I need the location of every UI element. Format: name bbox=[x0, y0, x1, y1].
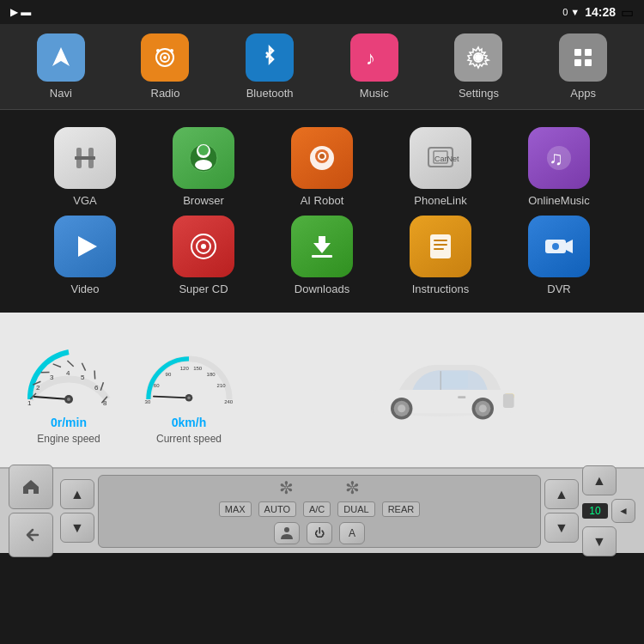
svg-line-59 bbox=[34, 397, 69, 399]
instructions-icon bbox=[410, 216, 471, 277]
svg-rect-39 bbox=[434, 248, 444, 250]
svg-marker-41 bbox=[566, 240, 573, 253]
back-button[interactable] bbox=[9, 513, 53, 557]
fan-right-icon: ✼ bbox=[345, 477, 360, 498]
bluetooth-label: Bluetooth bbox=[246, 87, 294, 100]
svg-rect-86 bbox=[458, 396, 465, 398]
svg-point-42 bbox=[552, 243, 559, 250]
app-super-cd[interactable]: Super CD bbox=[161, 216, 246, 295]
music-label: Music bbox=[360, 87, 389, 100]
ai-robot-label: AI Robot bbox=[301, 194, 344, 207]
dashboard-section: 1 2 3 4 5 6 8 0r/min Engine speed 30 60 … bbox=[0, 313, 644, 467]
nav-navi[interactable]: Navi bbox=[27, 33, 95, 100]
engine-gauge-svg: 1 2 3 4 5 6 8 bbox=[17, 335, 120, 412]
svg-text:♫: ♫ bbox=[549, 148, 563, 169]
speed-gauge-container: 30 60 90 120 150 180 210 240 0km/h Curre… bbox=[137, 335, 240, 445]
svg-text:5: 5 bbox=[81, 374, 85, 381]
home-button[interactable] bbox=[9, 465, 53, 509]
browser-icon bbox=[173, 127, 234, 189]
svg-point-23 bbox=[319, 154, 325, 159]
video-label: Video bbox=[70, 283, 99, 295]
car-svg bbox=[356, 347, 528, 433]
phonelink-label: PhoneLink bbox=[414, 194, 466, 207]
rear-button[interactable]: REAR bbox=[382, 501, 421, 517]
app-phonelink[interactable]: CarNet PhoneLink bbox=[398, 127, 483, 207]
vol-arrow-right[interactable]: ◄ bbox=[611, 499, 635, 523]
dvr-label: DVR bbox=[547, 283, 570, 295]
fan-left-down[interactable]: ▼ bbox=[60, 513, 94, 543]
downloads-icon bbox=[291, 216, 353, 277]
svg-rect-15 bbox=[75, 156, 95, 160]
vga-icon bbox=[54, 127, 116, 189]
nav-radio[interactable]: Radio bbox=[131, 33, 199, 100]
apps-label: Apps bbox=[570, 87, 596, 100]
vol-up-button[interactable]: ▲ bbox=[582, 465, 617, 495]
nav-apps[interactable]: Apps bbox=[549, 33, 617, 100]
svg-point-79 bbox=[398, 404, 405, 412]
online-music-label: OnlineMusic bbox=[528, 194, 590, 207]
ac-button[interactable]: A/C bbox=[303, 501, 331, 517]
fan-right-up[interactable]: ▲ bbox=[544, 479, 579, 509]
dvr-icon bbox=[528, 216, 590, 277]
radio-label: Radio bbox=[151, 87, 180, 100]
nav-music[interactable]: ♪ Music bbox=[340, 33, 409, 100]
navi-icon bbox=[37, 33, 85, 82]
status-bar: ▶ ▬ 0 ▼ 14:28 ▭ bbox=[0, 0, 644, 24]
settings-icon bbox=[454, 33, 502, 82]
phonelink-icon: CarNet bbox=[410, 127, 471, 189]
svg-line-49 bbox=[90, 371, 99, 380]
svg-point-72 bbox=[187, 397, 190, 399]
bluetooth-icon bbox=[246, 33, 294, 82]
video-icon bbox=[54, 216, 116, 277]
engine-label: Engine speed bbox=[37, 433, 100, 445]
speed-gauge-svg: 30 60 90 120 150 180 210 240 bbox=[137, 335, 240, 412]
svg-rect-11 bbox=[574, 59, 581, 66]
svg-line-46 bbox=[53, 361, 61, 369]
svg-text:210: 210 bbox=[217, 383, 227, 388]
svg-rect-75 bbox=[440, 371, 468, 388]
app-vga[interactable]: VGA bbox=[42, 127, 128, 207]
app-instructions[interactable]: Instructions bbox=[398, 216, 483, 295]
volume-display: 10 bbox=[582, 503, 608, 519]
max-button[interactable]: MAX bbox=[219, 501, 252, 517]
dual-button[interactable]: DUAL bbox=[337, 501, 374, 517]
svg-text:8: 8 bbox=[103, 399, 107, 407]
svg-rect-35 bbox=[312, 255, 332, 258]
svg-text:60: 60 bbox=[154, 383, 160, 388]
app-online-music[interactable]: ♫ OnlineMusic bbox=[516, 127, 602, 207]
battery-icon: ▭ bbox=[621, 4, 634, 21]
fan-left-up[interactable]: ▲ bbox=[60, 479, 94, 509]
app-browser[interactable]: Browser bbox=[161, 127, 246, 207]
svg-rect-34 bbox=[319, 236, 325, 246]
svg-point-32 bbox=[201, 244, 206, 249]
radio-icon bbox=[141, 33, 189, 82]
svg-text:6: 6 bbox=[94, 384, 99, 392]
status-left-icons: ▶ ▬ bbox=[10, 6, 31, 18]
vol-down-button[interactable]: ▼ bbox=[582, 526, 617, 556]
app-dvr[interactable]: DVR bbox=[516, 216, 602, 295]
music-icon: ♪ bbox=[350, 33, 398, 82]
app-row-1: VGA Browser AI R bbox=[26, 127, 618, 207]
app-ai-robot[interactable]: AI Robot bbox=[279, 127, 365, 207]
svg-rect-10 bbox=[585, 49, 592, 56]
fan-right-down[interactable]: ▼ bbox=[544, 513, 579, 543]
svg-marker-29 bbox=[78, 236, 97, 257]
app-downloads[interactable]: Downloads bbox=[279, 216, 365, 295]
svg-rect-12 bbox=[585, 59, 592, 66]
svg-rect-36 bbox=[430, 234, 451, 258]
apps-icon bbox=[559, 33, 607, 82]
settings-label: Settings bbox=[459, 87, 499, 100]
mode-a-button[interactable]: A bbox=[339, 522, 365, 544]
engine-gauge-container: 1 2 3 4 5 6 8 0r/min Engine speed bbox=[17, 335, 120, 445]
nav-settings[interactable]: Settings bbox=[444, 33, 513, 100]
downloads-label: Downloads bbox=[295, 283, 349, 295]
svg-text:150: 150 bbox=[193, 366, 203, 371]
power-button[interactable]: ⏻ bbox=[307, 522, 332, 544]
nav-bluetooth[interactable]: Bluetooth bbox=[235, 33, 304, 100]
vga-label: VGA bbox=[73, 194, 96, 207]
app-video[interactable]: Video bbox=[42, 216, 128, 295]
speed-label: Current speed bbox=[156, 433, 222, 445]
svg-text:120: 120 bbox=[180, 366, 190, 371]
auto-button[interactable]: AUTO bbox=[258, 501, 296, 517]
person-icon-btn[interactable] bbox=[274, 522, 300, 544]
